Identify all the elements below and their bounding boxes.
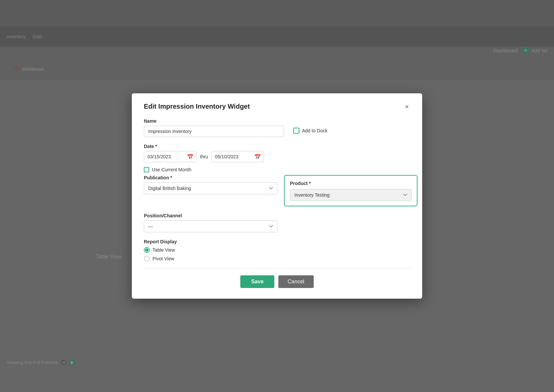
pivot-view-radio[interactable] <box>144 256 150 262</box>
name-group: Name <box>144 118 284 137</box>
date-to-wrapper: 📅 <box>211 151 264 162</box>
report-display-section: Report Display Table View Pivot View <box>144 239 410 262</box>
date-to-input[interactable] <box>212 151 252 162</box>
add-to-dock-row: Add to Dock <box>293 128 327 134</box>
use-current-month-row: Use Current Month <box>144 167 410 172</box>
date-from-input[interactable] <box>144 151 184 162</box>
pivot-view-radio-row: Pivot View <box>144 256 410 262</box>
name-row: Name Add to Dock <box>144 118 410 137</box>
table-view-radio-row: Table View <box>144 247 410 253</box>
add-to-dock-label: Add to Dock <box>302 128 327 133</box>
use-current-month-label: Use Current Month <box>152 167 191 172</box>
modal-header: Edit Impression Inventory Widget × <box>144 103 410 110</box>
position-label: Position/Channel <box>144 213 410 218</box>
modal-title: Edit Impression Inventory Widget <box>144 103 250 110</box>
cancel-button[interactable]: Cancel <box>278 275 314 288</box>
modal-footer: Save Cancel <box>144 275 410 288</box>
position-select[interactable]: — <box>144 220 277 232</box>
add-to-dock-checkbox[interactable] <box>293 128 299 134</box>
report-display-label: Report Display <box>144 239 410 244</box>
publication-select[interactable]: Digital British Baking <box>144 182 277 194</box>
calendar-from-icon[interactable]: 📅 <box>184 152 196 162</box>
date-group: Date * 📅 thru 📅 Use Current Month <box>144 144 410 172</box>
publication-group: Publication * Digital British Baking <box>144 175 277 194</box>
thru-text: thru <box>200 154 208 159</box>
name-label: Name <box>144 118 284 124</box>
pivot-view-radio-label: Pivot View <box>153 256 174 261</box>
use-current-month-checkbox[interactable] <box>144 167 149 172</box>
publication-label: Publication * <box>144 175 277 180</box>
modal-dialog: Edit Impression Inventory Widget × Name … <box>132 93 422 299</box>
position-group: Position/Channel — <box>144 213 410 232</box>
modal-divider <box>144 268 410 269</box>
table-view-radio-label: Table View <box>153 247 175 253</box>
table-view-radio[interactable] <box>144 247 150 253</box>
product-section: Product * Inventory Testing <box>284 175 418 206</box>
pub-product-row: Publication * Digital British Baking Pro… <box>144 175 410 206</box>
calendar-to-icon[interactable]: 📅 <box>252 152 264 162</box>
save-button[interactable]: Save <box>240 275 274 288</box>
date-label: Date * <box>144 144 410 149</box>
product-select[interactable]: Inventory Testing <box>290 189 411 201</box>
close-button[interactable]: × <box>403 103 410 110</box>
name-input[interactable] <box>144 126 284 137</box>
product-label: Product * <box>290 181 311 186</box>
date-from-wrapper: 📅 <box>144 151 197 162</box>
date-row: 📅 thru 📅 <box>144 151 410 162</box>
